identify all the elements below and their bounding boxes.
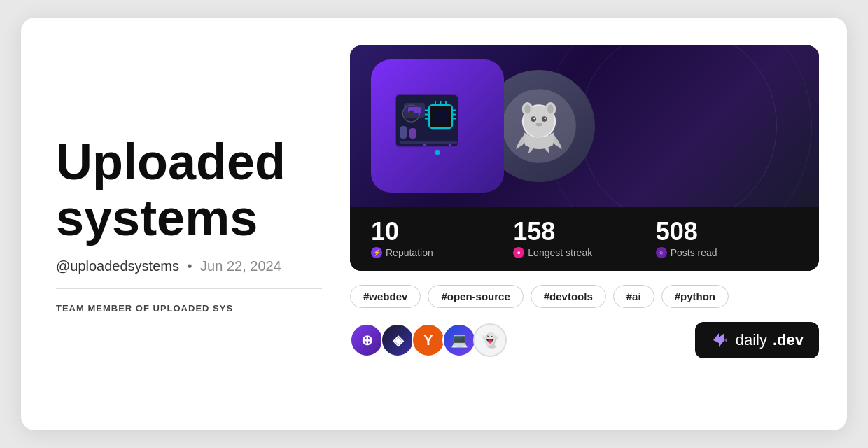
brand-badge: daily .dev (695, 322, 819, 358)
source-icon-0[interactable]: ⊕ (350, 323, 384, 357)
divider (56, 288, 322, 289)
tags-row: #webdev#open-source#devtools#ai#python (350, 285, 819, 308)
svg-point-31 (533, 118, 536, 120)
stats-bar: 10 ⚡ Reputation 158 ● Longest streak 508 (350, 206, 819, 271)
tag-item[interactable]: #open-source (428, 285, 523, 308)
stat-streak: 158 ● Longest streak (513, 219, 655, 258)
posts-icon: ○ (656, 247, 667, 258)
source-icons: ⊕◈Y💻👻 (350, 323, 504, 357)
profile-card-container: Uploadedsystems @uploadedsystems • Jun 2… (21, 18, 847, 430)
svg-point-19 (449, 144, 452, 147)
profile-images (350, 46, 819, 206)
user-name: Uploadedsystems (56, 134, 322, 245)
posts-value: 508 (656, 219, 798, 244)
handle-text: @uploadedsystems (56, 258, 179, 274)
tag-item[interactable]: #devtools (531, 285, 606, 308)
brand-dev: .dev (773, 331, 804, 349)
dailydev-logo-icon (710, 330, 730, 350)
team-label: TEAM MEMBER OF UPLOADED SYS (56, 303, 322, 314)
reputation-label: ⚡ Reputation (371, 247, 513, 258)
svg-point-27 (524, 104, 531, 113)
tag-item[interactable]: #ai (613, 285, 654, 308)
svg-rect-16 (400, 141, 458, 144)
tag-item[interactable]: #python (662, 285, 729, 308)
left-panel: Uploadedsystems @uploadedsystems • Jun 2… (56, 46, 322, 402)
svg-rect-4 (433, 109, 448, 124)
svg-point-32 (544, 118, 546, 120)
svg-marker-34 (713, 333, 724, 347)
svg-point-18 (424, 144, 427, 147)
profile-visual-card: 10 ⚡ Reputation 158 ● Longest streak 508 (350, 46, 819, 271)
svg-point-21 (408, 111, 414, 117)
svg-point-17 (435, 150, 440, 155)
stat-reputation: 10 ⚡ Reputation (371, 219, 513, 258)
svg-point-30 (542, 116, 547, 122)
stat-posts: 508 ○ Posts read (656, 219, 798, 258)
svg-point-28 (547, 104, 554, 113)
streak-icon: ● (513, 247, 524, 258)
streak-value: 158 (513, 219, 655, 244)
svg-rect-15 (410, 128, 417, 139)
source-icon-4[interactable]: 👻 (473, 323, 507, 357)
svg-point-33 (536, 122, 542, 127)
posts-label: ○ Posts read (656, 247, 798, 258)
source-icon-3[interactable]: 💻 (442, 323, 476, 357)
brand-daily: daily (736, 331, 767, 349)
tag-item[interactable]: #webdev (350, 285, 421, 308)
circuit-board-icon (385, 74, 490, 178)
svg-point-29 (531, 116, 536, 122)
right-panel: 10 ⚡ Reputation 158 ● Longest streak 508 (350, 46, 819, 402)
svg-marker-35 (724, 337, 727, 343)
bottom-row: ⊕◈Y💻👻 daily .dev (350, 322, 819, 358)
github-octocat-icon (500, 88, 578, 164)
source-icon-1[interactable]: ◈ (381, 323, 414, 357)
reputation-value: 10 (371, 219, 513, 244)
svg-rect-14 (400, 126, 407, 139)
source-icon-2[interactable]: Y (412, 323, 445, 357)
join-date: Jun 22, 2024 (200, 258, 281, 274)
reputation-icon: ⚡ (371, 247, 382, 258)
streak-label: ● Longest streak (513, 247, 655, 258)
user-handle: @uploadedsystems • Jun 22, 2024 (56, 258, 322, 274)
avatar-main (371, 59, 504, 192)
